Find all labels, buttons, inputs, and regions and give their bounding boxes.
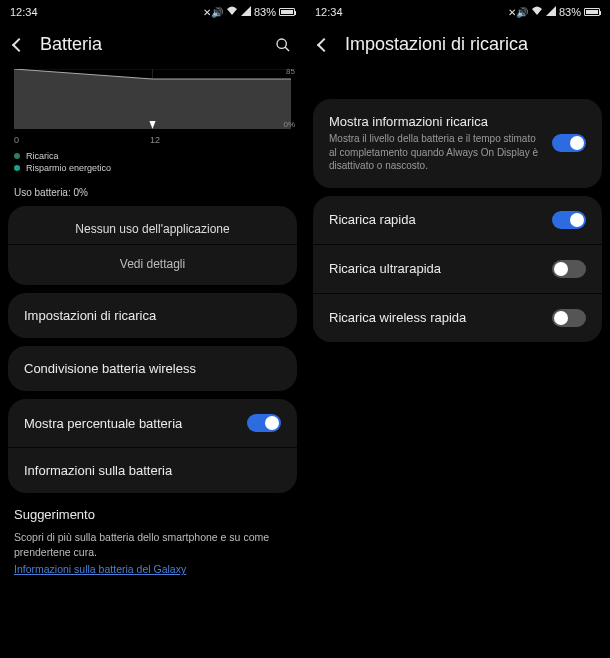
signal-icon xyxy=(241,6,251,18)
ultra-fast-charge-row[interactable]: Ricarica ultrarapida xyxy=(313,244,602,293)
wifi-icon xyxy=(531,6,543,18)
wifi-icon xyxy=(226,6,238,18)
mute-icon: ✕🔊 xyxy=(508,7,528,18)
mute-icon: ✕🔊 xyxy=(203,7,223,18)
battery-icon xyxy=(584,8,600,16)
usage-label: Uso batteria: 0% xyxy=(14,187,291,198)
page-title: Batteria xyxy=(40,34,259,55)
legend-dot-charge xyxy=(14,153,20,159)
suggestion-title: Suggerimento xyxy=(14,507,291,522)
page-title: Impostazioni di ricarica xyxy=(345,34,596,55)
chart-x-start: 0 xyxy=(14,135,19,145)
battery-icon xyxy=(279,8,295,16)
battery-chart: 85 0% 0 12 xyxy=(14,69,291,143)
charging-settings-screen: 12:34 ✕🔊 83% Impostazioni di ricarica xyxy=(305,0,610,658)
legend-dot-saver xyxy=(14,165,20,171)
status-bar: 12:34 ✕🔊 83% xyxy=(0,0,305,24)
show-percent-row[interactable]: Mostra percentuale batteria xyxy=(8,399,297,447)
back-icon[interactable] xyxy=(12,37,26,51)
svg-point-0 xyxy=(277,39,286,48)
suggestion-link[interactable]: Informazioni sulla batteria del Galaxy xyxy=(14,563,186,575)
no-app-usage: Nessun uso dell'applicazione xyxy=(8,206,297,244)
status-bar: 12:34 ✕🔊 83% xyxy=(305,0,610,24)
back-icon[interactable] xyxy=(317,37,331,51)
usage-card: Nessun uso dell'applicazione Vedi dettag… xyxy=(8,206,297,285)
status-time: 12:34 xyxy=(10,6,38,18)
ultra-fast-charge-toggle[interactable] xyxy=(552,260,586,278)
svg-line-1 xyxy=(285,47,289,51)
wireless-share-row[interactable]: Condivisione batteria wireless xyxy=(8,346,297,391)
chart-legend: Ricarica Risparmio energetico xyxy=(14,151,291,173)
status-time: 12:34 xyxy=(315,6,343,18)
search-icon[interactable] xyxy=(275,37,291,53)
wireless-fast-charge-row[interactable]: Ricarica wireless rapida xyxy=(313,293,602,342)
battery-percent: 83% xyxy=(559,6,581,18)
signal-icon xyxy=(546,6,556,18)
show-percent-toggle[interactable] xyxy=(247,414,281,432)
wireless-fast-charge-toggle[interactable] xyxy=(552,309,586,327)
suggestion-block: Suggerimento Scopri di più sulla batteri… xyxy=(14,507,291,577)
fast-charge-row[interactable]: Ricarica rapida xyxy=(313,196,602,244)
battery-screen: 12:34 ✕🔊 83% Batteria 85 0% xyxy=(0,0,305,658)
charging-settings-row[interactable]: Impostazioni di ricarica xyxy=(8,293,297,338)
battery-info-row[interactable]: Informazioni sulla batteria xyxy=(8,447,297,493)
suggestion-text: Scopri di più sulla batteria dello smart… xyxy=(14,530,291,559)
fast-charge-toggle[interactable] xyxy=(552,211,586,229)
show-charging-info-toggle[interactable] xyxy=(552,134,586,152)
see-details-button[interactable]: Vedi dettagli xyxy=(8,244,297,285)
show-charging-info-row[interactable]: Mostra informazioni ricarica Mostra il l… xyxy=(313,99,602,188)
battery-percent: 83% xyxy=(254,6,276,18)
chart-x-mid: 12 xyxy=(150,135,160,145)
